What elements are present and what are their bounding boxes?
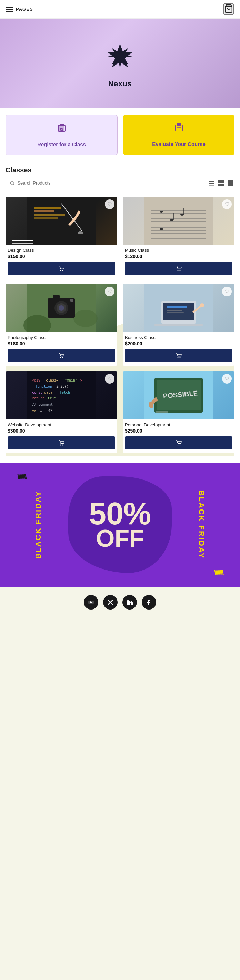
- svg-point-61: [60, 357, 61, 358]
- hero-title: Nexus: [108, 80, 132, 88]
- product-info: Photography Class $180.00: [6, 332, 117, 366]
- product-price: $120.00: [125, 253, 232, 259]
- svg-rect-23: [34, 207, 61, 209]
- linkedin-icon: [127, 599, 133, 605]
- svg-text:var: var: [32, 409, 38, 412]
- facebook-icon: [146, 599, 152, 605]
- wishlist-button[interactable]: ♡: [222, 286, 232, 296]
- svg-rect-18: [221, 180, 224, 183]
- youtube-icon: [88, 599, 94, 605]
- register-class-button[interactable]: Register for a Class: [6, 115, 118, 155]
- bf-slash-topleft: \\\\\\\\: [17, 472, 26, 481]
- svg-rect-65: [163, 303, 194, 320]
- svg-point-44: [170, 219, 173, 221]
- photography-class-image: [6, 284, 117, 332]
- cart-icon: [175, 440, 182, 446]
- svg-rect-70: [167, 312, 184, 313]
- add-to-cart-button[interactable]: [125, 349, 232, 362]
- product-image-design: ♡: [6, 197, 117, 245]
- svg-text:=: =: [54, 390, 57, 394]
- svg-rect-66: [154, 324, 203, 326]
- svg-point-6: [60, 127, 64, 131]
- svg-point-97: [178, 445, 179, 445]
- svg-rect-20: [221, 183, 224, 186]
- personal-dev-class-image: POSSIBLE: [123, 371, 234, 420]
- cart-icon: [58, 440, 65, 446]
- svg-text:function: function: [35, 385, 52, 388]
- product-image-business: ♡: [123, 284, 234, 332]
- product-card: <div class= "main" > function init() con…: [6, 371, 117, 453]
- wishlist-button[interactable]: ♡: [222, 374, 232, 383]
- product-price: $200.00: [125, 341, 232, 346]
- wishlist-button[interactable]: ♡: [222, 199, 232, 209]
- add-to-cart-button[interactable]: [8, 262, 115, 275]
- evaluate-course-label: Evaluate Your Course: [152, 141, 205, 147]
- svg-rect-19: [218, 183, 221, 186]
- product-price: $180.00: [8, 341, 115, 346]
- svg-text:x = 42: x = 42: [40, 409, 52, 412]
- list-view-icon[interactable]: [208, 179, 215, 187]
- cart-button[interactable]: [223, 3, 234, 15]
- product-name: Music Class: [125, 248, 232, 253]
- svg-rect-9: [179, 124, 181, 126]
- svg-point-12: [10, 181, 13, 184]
- bf-off-text: OFF: [96, 528, 144, 549]
- menu-icon[interactable]: [6, 7, 13, 12]
- linkedin-button[interactable]: [122, 595, 137, 609]
- svg-point-42: [160, 211, 163, 213]
- svg-point-67: [200, 303, 204, 307]
- footer: [0, 587, 240, 618]
- svg-point-102: [127, 600, 129, 601]
- wishlist-button[interactable]: ♡: [105, 286, 114, 296]
- add-to-cart-button[interactable]: [8, 436, 115, 449]
- svg-point-28: [78, 231, 83, 234]
- svg-point-90: [62, 445, 64, 445]
- register-icon: [56, 123, 68, 137]
- svg-text:>: >: [80, 379, 83, 382]
- youtube-button[interactable]: [84, 595, 98, 609]
- product-info: Business Class $200.00: [123, 332, 234, 366]
- add-to-cart-button[interactable]: [8, 349, 115, 362]
- product-info: Design Class $150.00: [6, 245, 117, 278]
- svg-point-29: [60, 270, 61, 271]
- evaluate-icon: [173, 122, 185, 137]
- svg-point-98: [180, 445, 181, 445]
- search-input[interactable]: [17, 180, 199, 186]
- product-card: ♡ Photography Class $180.00: [6, 284, 117, 366]
- product-card: ♡ Design Class $150.00: [6, 197, 117, 278]
- search-input-wrap[interactable]: [6, 178, 203, 188]
- bf-center-content: 50% OFF: [89, 500, 151, 549]
- wishlist-button[interactable]: ♡: [105, 374, 114, 383]
- svg-point-54: [73, 310, 98, 327]
- svg-text:data: data: [44, 390, 52, 394]
- hero-banner: Nexus: [0, 19, 240, 108]
- evaluate-course-button[interactable]: Evaluate Your Course: [123, 115, 234, 155]
- svg-rect-101: [127, 601, 129, 605]
- svg-text:<div: <div: [32, 379, 40, 382]
- x-twitter-icon: [107, 599, 113, 605]
- svg-rect-24: [34, 210, 54, 212]
- svg-point-71: [178, 357, 179, 358]
- twitter-button[interactable]: [103, 595, 118, 609]
- wishlist-button[interactable]: ♡: [105, 199, 114, 209]
- header-title: PAGES: [16, 6, 33, 12]
- svg-point-58: [59, 305, 64, 311]
- register-class-label: Register for a Class: [37, 142, 86, 147]
- product-image-webdev: <div class= "main" > function init() con…: [6, 371, 117, 420]
- facebook-button[interactable]: [142, 595, 156, 609]
- product-name: Photography Class: [8, 335, 115, 340]
- svg-rect-25: [34, 214, 65, 216]
- svg-rect-31: [144, 197, 213, 245]
- svg-rect-59: [53, 295, 60, 298]
- add-to-cart-button[interactable]: [125, 262, 232, 275]
- svg-rect-7: [175, 125, 183, 131]
- svg-point-62: [62, 357, 64, 358]
- add-to-cart-button[interactable]: [125, 436, 232, 449]
- compact-view-icon[interactable]: [227, 179, 234, 187]
- cart-icon: [175, 265, 182, 272]
- svg-text:init(): init(): [56, 385, 68, 388]
- grid-view-icon[interactable]: [217, 179, 225, 187]
- webdev-class-image: <div class= "main" > function init() con…: [6, 371, 117, 420]
- svg-rect-15: [208, 183, 214, 184]
- svg-text:"main": "main": [65, 379, 77, 382]
